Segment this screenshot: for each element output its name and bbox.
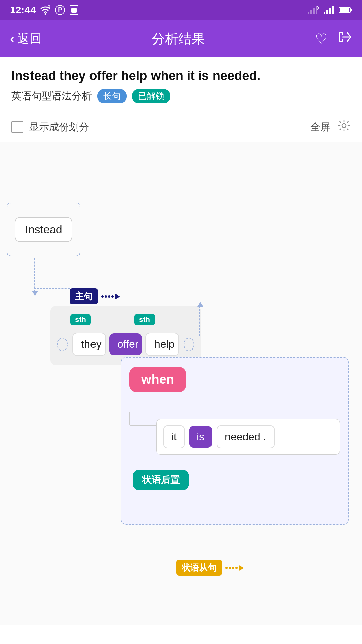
- circle-dashed-left: [57, 338, 68, 351]
- heart-icon[interactable]: ♡: [315, 31, 328, 47]
- svg-rect-17: [340, 8, 349, 12]
- sub-clause-inner: it is needed .: [156, 419, 340, 455]
- arrow-down-instead: [34, 258, 35, 292]
- show-segments-checkbox[interactable]: [11, 121, 23, 133]
- svg-rect-8: [313, 8, 315, 14]
- share-icon[interactable]: [338, 30, 352, 47]
- svg-rect-12: [326, 10, 328, 14]
- sth-tag-1: sth: [70, 314, 91, 325]
- controls-right: 全屏: [310, 119, 351, 135]
- adv-clause-arrow: [225, 565, 244, 571]
- sentence-subtitle: 英语句型语法分析: [11, 89, 92, 103]
- main-clause-tag: 主句: [70, 288, 98, 304]
- adv-post-tag: 状语后置: [133, 470, 189, 490]
- svg-rect-14: [332, 6, 334, 14]
- nav-bar: ‹ 返回 分析结果 ♡: [0, 20, 362, 57]
- controls-row: 显示成份划分 全屏: [0, 112, 362, 142]
- they-word-box[interactable]: they: [72, 333, 106, 356]
- main-clause-arrow: [101, 293, 120, 300]
- signal-x-icon: ✕: [307, 5, 319, 15]
- back-arrow-icon: ‹: [10, 32, 15, 46]
- diagram-area: Instead 主句 sth sth they offer help: [0, 142, 362, 625]
- offer-word-box[interactable]: offer: [109, 333, 142, 355]
- svg-rect-5: [71, 8, 77, 13]
- sentence-meta: 英语句型语法分析 长句 已解锁: [11, 89, 351, 103]
- it-word-box[interactable]: it: [163, 425, 185, 448]
- is-word-box[interactable]: is: [189, 426, 212, 448]
- fullscreen-label: 全屏: [310, 120, 330, 134]
- instead-word-box[interactable]: Instead: [15, 217, 72, 242]
- badge-long-sentence: 长句: [97, 89, 127, 103]
- svg-rect-16: [350, 9, 352, 11]
- parking-icon: P: [55, 5, 65, 15]
- status-left: 12:44 ? P: [10, 4, 79, 16]
- needed-word-box[interactable]: needed .: [217, 425, 275, 448]
- main-clause-box: sth sth they offer help: [50, 306, 201, 365]
- controls-left: 显示成份划分: [11, 120, 89, 134]
- status-right: ✕: [307, 5, 352, 15]
- mc-words-row: they offer help: [57, 333, 194, 356]
- when-tag[interactable]: when: [129, 367, 186, 392]
- battery-icon: [339, 6, 352, 14]
- settings-icon[interactable]: [337, 119, 351, 135]
- nav-actions: ♡: [315, 30, 352, 47]
- svg-rect-7: [310, 10, 312, 14]
- svg-rect-6: [308, 12, 309, 14]
- circle-dashed-right: [184, 338, 194, 351]
- show-segments-label: 显示成份划分: [29, 120, 89, 134]
- adv-clause-tag: 状语从句: [176, 560, 222, 576]
- svg-rect-13: [329, 8, 331, 14]
- back-label: 返回: [17, 31, 42, 47]
- svg-text:✕: ✕: [316, 5, 319, 11]
- wifi-icon: ?: [40, 5, 51, 15]
- svg-text:P: P: [58, 6, 62, 13]
- sub-clause-container: when 状语从句 it is needed .: [121, 357, 349, 525]
- svg-text:?: ?: [47, 5, 51, 10]
- main-clause-label: 主句: [70, 288, 120, 304]
- help-word-box[interactable]: help: [145, 333, 179, 356]
- svg-point-0: [44, 13, 46, 15]
- arrow-up-right: [199, 306, 200, 336]
- status-time: 12:44: [10, 4, 36, 16]
- adv-clause-label: 状语从句: [176, 560, 244, 576]
- svg-point-18: [342, 124, 346, 128]
- sim-icon: [69, 5, 79, 15]
- sentence-section: Instead they offer help when it is neede…: [0, 57, 362, 112]
- signal-bars-icon: [324, 5, 334, 15]
- status-bar: 12:44 ? P ✕: [0, 0, 362, 20]
- sth-tag-2: sth: [134, 314, 155, 325]
- svg-rect-11: [324, 12, 325, 14]
- sentence-text: Instead they offer help when it is neede…: [11, 67, 351, 85]
- badge-unlocked: 已解锁: [132, 89, 170, 103]
- instead-container: Instead: [7, 203, 80, 256]
- connector-horizontal: [34, 288, 70, 289]
- page-title: 分析结果: [152, 30, 205, 48]
- back-button[interactable]: ‹ 返回: [10, 31, 42, 47]
